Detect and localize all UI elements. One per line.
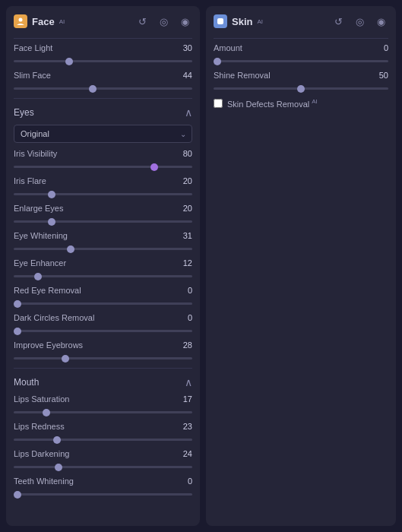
svg-rect-1 xyxy=(217,18,223,24)
shine-removal-container: Shine Removal 50 xyxy=(214,71,388,92)
face-light-value: 30 xyxy=(177,43,192,52)
eyes-dropdown[interactable]: Original Enhanced Natural xyxy=(14,125,192,143)
skin-amount-value: 0 xyxy=(373,43,388,52)
iris-visibility-value: 80 xyxy=(177,149,192,158)
iris-flare-value: 20 xyxy=(177,176,192,185)
enlarge-eyes-label: Enlarge Eyes xyxy=(14,204,63,213)
improve-eyebrows-row: Improve Eyebrows 28 xyxy=(14,340,192,350)
shine-removal-label: Shine Removal xyxy=(214,71,271,80)
dark-circles-removal-value: 0 xyxy=(177,313,192,322)
skin-defects-ai-badge: AI xyxy=(312,98,318,105)
iris-flare-slider[interactable] xyxy=(14,193,192,195)
lips-darkening-value: 24 xyxy=(177,449,192,458)
eyes-section-title: Eyes xyxy=(14,107,34,118)
eye-whitening-container: Eye Whitening 31 xyxy=(14,231,192,252)
slim-face-label: Slim Face xyxy=(14,71,51,80)
mouth-section-header: Mouth ∧ xyxy=(14,376,192,388)
red-eye-removal-value: 0 xyxy=(177,286,192,295)
lips-redness-slider[interactable] xyxy=(14,439,192,441)
teeth-whitening-row: Teeth Whitening 0 xyxy=(14,477,192,486)
skin-panel-actions: ↺ ◎ ◉ xyxy=(331,14,388,29)
enlarge-eyes-value: 20 xyxy=(177,204,192,213)
face-panel: Face AI ↺ ◎ ◉ Face Light 30 Slim Face 44… xyxy=(6,6,200,526)
skin-eye-button[interactable]: ◉ xyxy=(373,14,388,29)
red-eye-removal-slider[interactable] xyxy=(14,302,192,305)
iris-visibility-slider[interactable] xyxy=(14,166,192,168)
slim-face-container: Slim Face 44 xyxy=(14,71,192,92)
skin-defects-row: Skin Defects Removal AI xyxy=(214,98,388,109)
eye-enhancer-container: Eye Enhancer 12 xyxy=(14,258,192,280)
skin-enhance-button[interactable]: ◎ xyxy=(352,14,367,29)
lips-redness-container: Lips Redness 23 xyxy=(14,422,192,443)
eye-enhancer-value: 12 xyxy=(177,258,192,268)
shine-removal-slider[interactable] xyxy=(214,87,388,90)
skin-amount-slider[interactable] xyxy=(214,60,388,62)
teeth-whitening-label: Teeth Whitening xyxy=(14,477,74,486)
lips-redness-value: 23 xyxy=(177,422,192,431)
red-eye-removal-label: Red Eye Removal xyxy=(14,286,81,295)
skin-amount-row: Amount 0 xyxy=(214,43,388,52)
skin-panel-header: Skin AI ↺ ◎ ◉ xyxy=(214,14,388,29)
eye-whitening-value: 31 xyxy=(177,231,192,240)
face-ai-badge: AI xyxy=(59,18,65,25)
slim-face-value: 44 xyxy=(177,71,192,80)
face-divider-top xyxy=(14,38,192,39)
face-divider-mouth xyxy=(14,368,192,369)
skin-panel-title: Skin xyxy=(232,16,252,27)
skin-defects-text: Skin Defects Removal xyxy=(227,100,309,109)
lips-saturation-container: Lips Saturation 17 xyxy=(14,394,192,416)
face-eye-button[interactable]: ◉ xyxy=(177,14,192,29)
improve-eyebrows-slider[interactable] xyxy=(14,357,192,359)
eyes-collapse-button[interactable]: ∧ xyxy=(185,106,192,119)
skin-undo-button[interactable]: ↺ xyxy=(331,14,346,29)
face-title-group: Face AI xyxy=(14,14,65,28)
face-light-slider[interactable] xyxy=(14,60,192,62)
improve-eyebrows-container: Improve Eyebrows 28 xyxy=(14,340,192,362)
eye-whitening-slider[interactable] xyxy=(14,248,192,250)
teeth-whitening-slider[interactable] xyxy=(14,493,192,496)
lips-darkening-slider[interactable] xyxy=(14,466,192,468)
face-undo-button[interactable]: ↺ xyxy=(135,14,150,29)
mouth-collapse-button[interactable]: ∧ xyxy=(185,376,192,388)
iris-flare-row: Iris Flare 20 xyxy=(14,176,192,185)
face-panel-actions: ↺ ◎ ◉ xyxy=(135,14,192,29)
eye-whitening-row: Eye Whitening 31 xyxy=(14,231,192,240)
skin-icon xyxy=(214,14,227,28)
skin-amount-label: Amount xyxy=(214,43,242,52)
iris-flare-label: Iris Flare xyxy=(14,176,46,185)
red-eye-removal-row: Red Eye Removal 0 xyxy=(14,286,192,295)
iris-visibility-row: Iris Visibility 80 xyxy=(14,149,192,158)
improve-eyebrows-value: 28 xyxy=(177,340,192,350)
dark-circles-removal-slider[interactable] xyxy=(14,330,192,332)
shine-removal-value: 50 xyxy=(373,71,388,80)
skin-defects-label: Skin Defects Removal AI xyxy=(227,98,318,109)
slim-face-slider[interactable] xyxy=(14,87,192,90)
improve-eyebrows-label: Improve Eyebrows xyxy=(14,340,83,350)
iris-flare-container: Iris Flare 20 xyxy=(14,176,192,198)
enlarge-eyes-row: Enlarge Eyes 20 xyxy=(14,204,192,213)
eye-enhancer-label: Eye Enhancer xyxy=(14,258,66,268)
skin-ai-badge: AI xyxy=(257,18,263,25)
lips-darkening-row: Lips Darkening 24 xyxy=(14,449,192,458)
enlarge-eyes-slider[interactable] xyxy=(14,220,192,223)
shine-removal-row: Shine Removal 50 xyxy=(214,71,388,80)
face-light-label: Face Light xyxy=(14,43,52,52)
iris-visibility-label: Iris Visibility xyxy=(14,149,57,158)
face-light-container: Face Light 30 xyxy=(14,43,192,65)
skin-title-group: Skin AI xyxy=(214,14,263,28)
face-enhance-button[interactable]: ◎ xyxy=(156,14,171,29)
eyes-section-header: Eyes ∧ xyxy=(14,106,192,119)
skin-defects-checkbox[interactable] xyxy=(214,99,223,108)
eye-enhancer-slider[interactable] xyxy=(14,275,192,277)
skin-amount-container: Amount 0 xyxy=(214,43,388,65)
lips-redness-label: Lips Redness xyxy=(14,422,65,431)
red-eye-removal-container: Red Eye Removal 0 xyxy=(14,286,192,307)
lips-saturation-slider[interactable] xyxy=(14,411,192,413)
dark-circles-removal-container: Dark Circles Removal 0 xyxy=(14,313,192,334)
face-divider-mid xyxy=(14,98,192,99)
teeth-whitening-value: 0 xyxy=(177,477,192,486)
eye-enhancer-row: Eye Enhancer 12 xyxy=(14,258,192,268)
teeth-whitening-container: Teeth Whitening 0 xyxy=(14,477,192,498)
svg-point-0 xyxy=(19,18,23,22)
enlarge-eyes-container: Enlarge Eyes 20 xyxy=(14,204,192,225)
